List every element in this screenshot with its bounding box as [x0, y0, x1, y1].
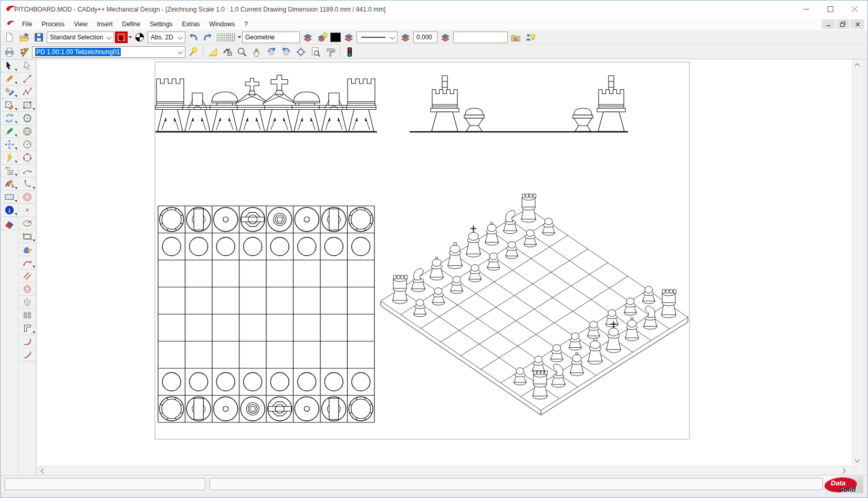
layer-width-icon[interactable] [438, 31, 452, 44]
tool-spline-icon[interactable] [18, 243, 36, 256]
rotate-left-icon[interactable] [265, 46, 278, 58]
plot-preview-icon[interactable] [221, 46, 234, 58]
datum-symbol-icon[interactable] [133, 31, 147, 44]
tool-rectangle-icon[interactable] [18, 99, 36, 112]
tool-polygon-icon[interactable] [18, 112, 36, 125]
new-file-icon[interactable] [3, 31, 16, 44]
chevron-down-icon[interactable] [129, 36, 132, 38]
tool-curve-arrow-icon[interactable] [18, 256, 36, 269]
menu-item-extras[interactable]: Extras [177, 19, 205, 29]
zoom-page-icon[interactable] [309, 46, 322, 58]
horizontal-scrollbar[interactable] [37, 466, 852, 475]
undo-icon[interactable] [186, 31, 200, 44]
layer-visibility-icon[interactable] [316, 31, 329, 44]
rotate-right-icon[interactable] [279, 46, 293, 58]
flyout-arrow-icon [15, 69, 17, 71]
maximize-button[interactable] [818, 1, 842, 17]
close-button[interactable] [842, 1, 866, 17]
zoom-window-icon[interactable] [235, 46, 249, 58]
coordinate-mode-combo[interactable]: Abs. 2D [148, 32, 185, 43]
tool-regen-icon[interactable] [1, 112, 18, 125]
mdi-restore-button[interactable] [836, 19, 850, 29]
tool-eraser-icon[interactable] [1, 217, 18, 230]
select-color-button[interactable] [115, 32, 132, 43]
redraw-icon[interactable] [323, 46, 337, 58]
layer-select-icon[interactable] [301, 31, 315, 44]
line-style-combo[interactable] [357, 32, 398, 43]
tool-hatch-icon[interactable] [1, 191, 18, 204]
tool-circle-points-icon[interactable] [18, 151, 36, 164]
tool-box-3d-icon[interactable] [18, 296, 36, 309]
tool-dimension-label-icon[interactable]: A [1, 164, 18, 178]
tool-move-cross-icon[interactable] [1, 138, 18, 151]
palette-icon[interactable] [17, 46, 31, 58]
pan-hand-icon[interactable] [250, 46, 264, 58]
layer-linetype-icon[interactable] [399, 31, 412, 44]
tool-text-ab-icon[interactable]: Ab [1, 178, 18, 191]
tool-pencil-green-icon[interactable] [1, 125, 18, 138]
scroll-down-arrow[interactable] [853, 456, 862, 465]
vertical-scrollbar[interactable] [852, 59, 862, 466]
flyout-arrow-icon [15, 148, 17, 150]
tool-ellipse-box-icon[interactable] [18, 230, 36, 243]
menu-item-windows[interactable]: Windows [205, 19, 240, 29]
group-visibility-icon[interactable] [524, 31, 537, 44]
tool-offset-contour-icon[interactable] [18, 283, 36, 296]
redo-icon[interactable] [201, 31, 215, 44]
traffic-light-icon[interactable] [343, 46, 357, 58]
chevron-down-icon [178, 49, 183, 55]
scroll-right-arrow[interactable] [839, 466, 848, 475]
tool-circle-concentric-icon[interactable] [18, 191, 36, 204]
tool-arc-center-icon[interactable] [18, 178, 36, 191]
drawing-canvas[interactable] [37, 59, 852, 466]
line-width-field[interactable]: 0.000 [413, 32, 437, 43]
mdi-minimize-button[interactable] [821, 19, 835, 29]
save-icon[interactable] [32, 31, 46, 44]
group-folder-icon[interactable] [509, 31, 522, 44]
pen-color-swatch[interactable] [330, 33, 341, 42]
snap-grid-icon[interactable] [216, 31, 241, 44]
tool-line-icon[interactable] [18, 72, 36, 86]
select-color-red-square[interactable] [115, 32, 128, 43]
menu-item-define[interactable]: Define [118, 19, 145, 29]
tool-columns-3d-icon[interactable] [18, 309, 36, 322]
tool-pencil-orange-icon[interactable] [1, 72, 18, 86]
tool-select-arrow-icon[interactable] [1, 59, 18, 72]
tool-modify-tools-icon[interactable] [1, 86, 18, 99]
layer-color-icon[interactable] [342, 31, 355, 44]
zoom-extents-icon[interactable] [294, 46, 308, 58]
print-icon[interactable] [3, 46, 16, 58]
tool-polygon-circle-icon[interactable] [18, 125, 36, 138]
tool-ellipse-icon[interactable] [18, 217, 36, 230]
menu-item-insert[interactable]: Insert [92, 19, 118, 29]
tool-info-icon[interactable]: i [1, 204, 18, 217]
attribute-field[interactable] [453, 32, 508, 43]
tool-fillet-icon[interactable] [18, 335, 36, 348]
minimize-button[interactable] [794, 1, 818, 17]
menu-item-view[interactable]: View [69, 19, 92, 29]
menu-item-settings[interactable]: Settings [145, 19, 177, 29]
scroll-up-arrow[interactable] [853, 60, 862, 69]
tool-arc-start-icon[interactable] [18, 164, 36, 178]
tool-circle-radius-icon[interactable] [18, 138, 36, 151]
tool-chamfer-icon[interactable] [18, 348, 36, 361]
tool-trim-lightning-icon[interactable] [1, 151, 18, 164]
tool-point-icon[interactable] [18, 204, 36, 217]
tool-contour-icon[interactable] [18, 322, 36, 335]
tool-polyline-icon[interactable] [18, 86, 36, 99]
layer-name-field[interactable]: Geometrie [242, 32, 300, 43]
menu-item-[interactable]: ? [239, 19, 253, 29]
tool-parallel-lines-icon[interactable] [18, 269, 36, 283]
scroll-left-arrow[interactable] [38, 466, 47, 475]
tool-cursor-white-icon[interactable] [18, 59, 36, 72]
selection-mode-combo[interactable]: Standard Selection [47, 32, 114, 43]
part-drawing-combo[interactable]: PD 1.00:1.00 Teilzeichnung01 [32, 46, 185, 58]
mdi-close-button[interactable] [851, 19, 864, 29]
menu-item-file[interactable]: File [17, 19, 37, 29]
toolbar-separator [340, 46, 340, 58]
tool-detail-pencil-icon[interactable] [1, 99, 18, 112]
highlight-lamp-icon[interactable] [186, 46, 200, 58]
menu-item-process[interactable]: Process [37, 19, 69, 29]
open-file-icon[interactable] [17, 31, 31, 44]
ruler-triangle-icon[interactable] [206, 46, 219, 58]
